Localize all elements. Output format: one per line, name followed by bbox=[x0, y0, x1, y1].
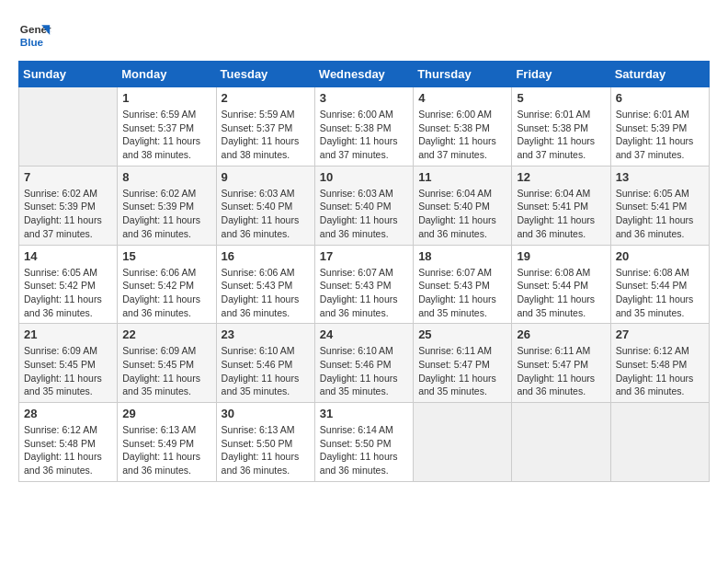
day-number: 25 bbox=[418, 327, 506, 341]
day-number: 27 bbox=[616, 327, 704, 341]
day-info: Sunrise: 6:10 AMSunset: 5:46 PMDaylight:… bbox=[222, 344, 310, 398]
calendar-cell: 20Sunrise: 6:08 AMSunset: 5:44 PMDayligh… bbox=[610, 245, 709, 324]
day-header-tuesday: Tuesday bbox=[216, 62, 314, 87]
day-info: Sunrise: 6:59 AMSunset: 5:37 PMDaylight:… bbox=[122, 108, 210, 162]
svg-text:Blue: Blue bbox=[20, 36, 44, 48]
calendar-cell bbox=[610, 403, 709, 482]
week-row-4: 21Sunrise: 6:09 AMSunset: 5:45 PMDayligh… bbox=[19, 324, 710, 403]
day-number: 5 bbox=[517, 91, 605, 105]
calendar-cell: 11Sunrise: 6:04 AMSunset: 5:40 PMDayligh… bbox=[414, 166, 512, 245]
calendar-cell: 9Sunrise: 6:03 AMSunset: 5:40 PMDaylight… bbox=[216, 166, 314, 245]
day-number: 2 bbox=[222, 91, 310, 105]
day-info: Sunrise: 6:07 AMSunset: 5:43 PMDaylight:… bbox=[418, 266, 506, 320]
day-info: Sunrise: 6:11 AMSunset: 5:47 PMDaylight:… bbox=[418, 344, 506, 398]
day-info: Sunrise: 6:06 AMSunset: 5:42 PMDaylight:… bbox=[122, 266, 210, 320]
calendar-cell: 16Sunrise: 6:06 AMSunset: 5:43 PMDayligh… bbox=[216, 245, 314, 324]
day-number: 19 bbox=[517, 249, 605, 263]
day-info: Sunrise: 6:13 AMSunset: 5:50 PMDaylight:… bbox=[222, 423, 310, 477]
day-info: Sunrise: 6:13 AMSunset: 5:49 PMDaylight:… bbox=[122, 423, 210, 477]
day-number: 8 bbox=[122, 170, 210, 184]
calendar-cell: 1Sunrise: 6:59 AMSunset: 5:37 PMDaylight… bbox=[118, 87, 216, 167]
day-number: 30 bbox=[222, 407, 310, 420]
day-info: Sunrise: 6:10 AMSunset: 5:46 PMDaylight:… bbox=[320, 344, 408, 398]
day-number: 23 bbox=[222, 327, 310, 341]
calendar-cell: 29Sunrise: 6:13 AMSunset: 5:49 PMDayligh… bbox=[118, 403, 216, 482]
day-number: 9 bbox=[222, 170, 310, 184]
day-info: Sunrise: 6:05 AMSunset: 5:41 PMDaylight:… bbox=[616, 187, 704, 241]
day-info: Sunrise: 6:06 AMSunset: 5:43 PMDaylight:… bbox=[222, 266, 310, 320]
calendar-cell: 12Sunrise: 6:04 AMSunset: 5:41 PMDayligh… bbox=[512, 166, 610, 245]
day-header-monday: Monday bbox=[118, 62, 216, 87]
day-number: 11 bbox=[418, 170, 506, 184]
week-row-5: 28Sunrise: 6:12 AMSunset: 5:48 PMDayligh… bbox=[19, 403, 710, 482]
calendar-cell: 2Sunrise: 5:59 AMSunset: 5:37 PMDaylight… bbox=[216, 87, 314, 167]
day-number: 13 bbox=[616, 170, 704, 184]
calendar-cell: 3Sunrise: 6:00 AMSunset: 5:38 PMDaylight… bbox=[314, 87, 413, 167]
day-header-wednesday: Wednesday bbox=[314, 62, 413, 87]
calendar-cell: 30Sunrise: 6:13 AMSunset: 5:50 PMDayligh… bbox=[216, 403, 314, 482]
day-number: 17 bbox=[320, 249, 408, 263]
day-info: Sunrise: 6:09 AMSunset: 5:45 PMDaylight:… bbox=[122, 344, 210, 398]
day-number: 15 bbox=[122, 249, 210, 263]
page-header: General Blue bbox=[18, 18, 710, 52]
day-number: 31 bbox=[320, 407, 408, 420]
day-info: Sunrise: 6:08 AMSunset: 5:44 PMDaylight:… bbox=[517, 266, 605, 320]
calendar-cell: 22Sunrise: 6:09 AMSunset: 5:45 PMDayligh… bbox=[118, 324, 216, 403]
calendar-cell bbox=[19, 87, 118, 167]
calendar-cell: 25Sunrise: 6:11 AMSunset: 5:47 PMDayligh… bbox=[414, 324, 512, 403]
day-number: 18 bbox=[418, 249, 506, 263]
logo-icon: General Blue bbox=[18, 18, 51, 52]
day-number: 10 bbox=[320, 170, 408, 184]
day-number: 26 bbox=[517, 327, 605, 341]
day-number: 22 bbox=[122, 327, 210, 341]
week-row-2: 7Sunrise: 6:02 AMSunset: 5:39 PMDaylight… bbox=[19, 166, 710, 245]
day-number: 14 bbox=[24, 249, 112, 263]
day-info: Sunrise: 6:11 AMSunset: 5:47 PMDaylight:… bbox=[517, 344, 605, 398]
day-number: 6 bbox=[616, 91, 704, 105]
calendar-cell: 5Sunrise: 6:01 AMSunset: 5:38 PMDaylight… bbox=[512, 87, 610, 167]
header-row: SundayMondayTuesdayWednesdayThursdayFrid… bbox=[19, 62, 710, 87]
day-info: Sunrise: 5:59 AMSunset: 5:37 PMDaylight:… bbox=[222, 108, 310, 162]
calendar-cell: 27Sunrise: 6:12 AMSunset: 5:48 PMDayligh… bbox=[610, 324, 709, 403]
calendar-cell: 10Sunrise: 6:03 AMSunset: 5:40 PMDayligh… bbox=[314, 166, 413, 245]
calendar-cell: 31Sunrise: 6:14 AMSunset: 5:50 PMDayligh… bbox=[314, 403, 413, 482]
calendar-cell: 19Sunrise: 6:08 AMSunset: 5:44 PMDayligh… bbox=[512, 245, 610, 324]
day-info: Sunrise: 6:01 AMSunset: 5:38 PMDaylight:… bbox=[517, 108, 605, 162]
day-number: 24 bbox=[320, 327, 408, 341]
day-number: 21 bbox=[24, 327, 112, 341]
day-info: Sunrise: 6:07 AMSunset: 5:43 PMDaylight:… bbox=[320, 266, 408, 320]
day-info: Sunrise: 6:09 AMSunset: 5:45 PMDaylight:… bbox=[24, 344, 112, 398]
calendar-cell: 7Sunrise: 6:02 AMSunset: 5:39 PMDaylight… bbox=[19, 166, 118, 245]
day-info: Sunrise: 6:04 AMSunset: 5:40 PMDaylight:… bbox=[418, 187, 506, 241]
day-info: Sunrise: 6:12 AMSunset: 5:48 PMDaylight:… bbox=[616, 344, 704, 398]
calendar-cell: 23Sunrise: 6:10 AMSunset: 5:46 PMDayligh… bbox=[216, 324, 314, 403]
day-info: Sunrise: 6:02 AMSunset: 5:39 PMDaylight:… bbox=[122, 187, 210, 241]
day-info: Sunrise: 6:12 AMSunset: 5:48 PMDaylight:… bbox=[24, 423, 112, 477]
day-info: Sunrise: 6:03 AMSunset: 5:40 PMDaylight:… bbox=[222, 187, 310, 241]
calendar-cell bbox=[512, 403, 610, 482]
week-row-3: 14Sunrise: 6:05 AMSunset: 5:42 PMDayligh… bbox=[19, 245, 710, 324]
day-header-friday: Friday bbox=[512, 62, 610, 87]
day-info: Sunrise: 6:03 AMSunset: 5:40 PMDaylight:… bbox=[320, 187, 408, 241]
calendar-cell bbox=[414, 403, 512, 482]
day-header-saturday: Saturday bbox=[610, 62, 709, 87]
day-number: 7 bbox=[24, 170, 112, 184]
day-header-thursday: Thursday bbox=[414, 62, 512, 87]
calendar-cell: 17Sunrise: 6:07 AMSunset: 5:43 PMDayligh… bbox=[314, 245, 413, 324]
calendar-cell: 24Sunrise: 6:10 AMSunset: 5:46 PMDayligh… bbox=[314, 324, 413, 403]
week-row-1: 1Sunrise: 6:59 AMSunset: 5:37 PMDaylight… bbox=[19, 87, 710, 167]
calendar-table: SundayMondayTuesdayWednesdayThursdayFrid… bbox=[18, 61, 710, 482]
day-info: Sunrise: 6:05 AMSunset: 5:42 PMDaylight:… bbox=[24, 266, 112, 320]
calendar-cell: 15Sunrise: 6:06 AMSunset: 5:42 PMDayligh… bbox=[118, 245, 216, 324]
day-info: Sunrise: 6:14 AMSunset: 5:50 PMDaylight:… bbox=[320, 423, 408, 477]
calendar-cell: 13Sunrise: 6:05 AMSunset: 5:41 PMDayligh… bbox=[610, 166, 709, 245]
calendar-cell: 28Sunrise: 6:12 AMSunset: 5:48 PMDayligh… bbox=[19, 403, 118, 482]
day-header-sunday: Sunday bbox=[19, 62, 118, 87]
calendar-cell: 4Sunrise: 6:00 AMSunset: 5:38 PMDaylight… bbox=[414, 87, 512, 167]
day-number: 16 bbox=[222, 249, 310, 263]
calendar-cell: 6Sunrise: 6:01 AMSunset: 5:39 PMDaylight… bbox=[610, 87, 709, 167]
day-info: Sunrise: 6:02 AMSunset: 5:39 PMDaylight:… bbox=[24, 187, 112, 241]
day-number: 20 bbox=[616, 249, 704, 263]
day-number: 12 bbox=[517, 170, 605, 184]
day-info: Sunrise: 6:01 AMSunset: 5:39 PMDaylight:… bbox=[616, 108, 704, 162]
